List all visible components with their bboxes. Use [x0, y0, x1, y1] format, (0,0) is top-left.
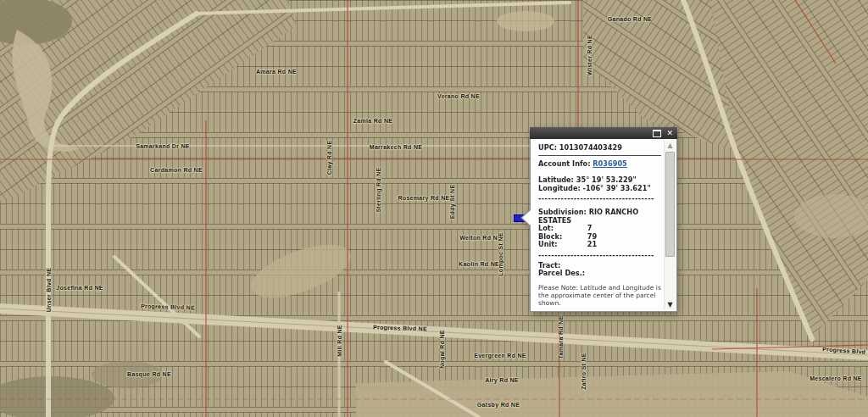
parcel-des-line: Parcel Des.: [538, 270, 661, 278]
divider-rule [538, 155, 661, 156]
popup-body: UPC: 1013074403429 Account Info: R036905… [530, 139, 677, 312]
close-icon[interactable]: ✕ [666, 130, 673, 137]
unit-label: Unit: [538, 241, 585, 249]
subdivision-label: Subdivision: [538, 208, 587, 216]
maximize-icon[interactable] [653, 130, 661, 137]
map-viewer: Ganado Rd NEAmara Rd NEVerano Rd NEZamia… [0, 0, 868, 417]
scroll-thumb[interactable] [665, 152, 675, 257]
block-value: 79 [587, 232, 597, 241]
popup-content: UPC: 1013074403429 Account Info: R036905… [538, 144, 661, 308]
unit-value: 21 [587, 240, 597, 248]
map-canvas [0, 0, 868, 417]
dashed-divider: ------------------------------------ [538, 252, 661, 260]
parcel-info-popup: ✕ UPC: 1013074403429 Account Info: R0369… [530, 127, 677, 312]
unit-row: Unit: 21 [538, 241, 661, 249]
account-info-link[interactable]: R036905 [593, 159, 627, 168]
popup-note: Please Note: Latitude and Longitude is t… [538, 284, 661, 308]
lot-value: 7 [587, 224, 593, 232]
account-info-line: Account Info: R036905 [538, 160, 661, 169]
dashed-divider: ------------------------------------ [538, 195, 661, 203]
popup-callout-arrow [522, 210, 531, 225]
upc-line: UPC: 1013074403429 [538, 144, 661, 153]
popup-scrollbar[interactable]: ▲ ▼ [664, 140, 676, 310]
longitude-line: Longitude: -106° 39' 33.621" [538, 185, 661, 193]
scroll-up-icon[interactable]: ▲ [665, 142, 676, 149]
account-info-label: Account Info: [538, 159, 590, 168]
subdivision-line: Subdivision: RIO RANCHO ESTATES [538, 208, 661, 225]
popup-titlebar[interactable]: ✕ [530, 127, 677, 139]
scroll-down-icon[interactable]: ▼ [665, 301, 676, 309]
parcel-map[interactable]: Ganado Rd NEAmara Rd NEVerano Rd NEZamia… [0, 0, 868, 417]
